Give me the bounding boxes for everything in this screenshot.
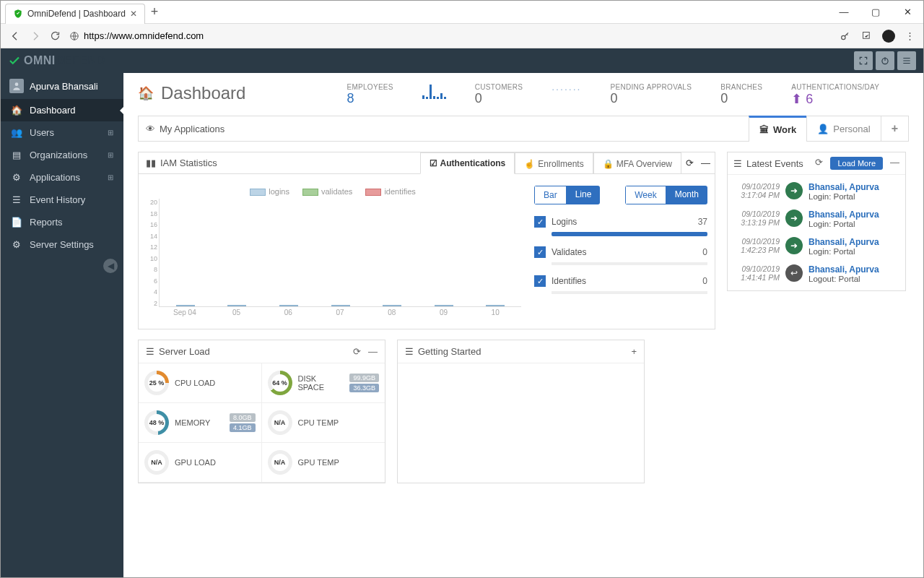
- cpu-temp-cell: N/ACPU TEMP: [262, 403, 385, 443]
- back-button[interactable]: [9, 30, 21, 42]
- event-timestamp: 09/10/20193:17:04 PM: [733, 182, 780, 199]
- user-avatar-icon: [9, 79, 24, 93]
- refresh-icon[interactable]: ⟳: [353, 346, 361, 357]
- home-icon: 🏠: [138, 85, 154, 101]
- refresh-icon[interactable]: ⟳: [686, 158, 694, 168]
- metric-employees: EMPLOYEES 8: [346, 83, 393, 106]
- sidebar-user[interactable]: Apurva Bhansali: [1, 73, 123, 99]
- checkbox-identifies[interactable]: ✓: [534, 275, 546, 287]
- my-applications-bar: 👁My Applications 🏛Work 👤Personal +: [138, 116, 909, 142]
- forward-button[interactable]: [30, 30, 41, 42]
- bank-icon: 🏛: [759, 124, 769, 135]
- app-logo: OMNIDEFEND: [8, 54, 105, 67]
- users-icon: 👥: [11, 127, 22, 138]
- nav-server-settings[interactable]: ⚙Server Settings: [1, 233, 123, 256]
- toggle-line[interactable]: Line: [567, 186, 601, 204]
- tab-work[interactable]: 🏛Work: [749, 116, 806, 142]
- getting-started-panel: ☰Getting Started +: [397, 340, 645, 483]
- event-action: Login: Portal: [808, 192, 879, 201]
- event-action: Login: Portal: [808, 220, 879, 228]
- login-icon: ➜: [785, 237, 803, 254]
- employees-link[interactable]: 8: [346, 91, 354, 105]
- event-timestamp: 09/10/20191:41:41 PM: [733, 264, 780, 282]
- event-action: Logout: Portal: [808, 275, 879, 283]
- reload-button[interactable]: [50, 30, 61, 41]
- tab-add[interactable]: +: [881, 116, 908, 142]
- event-row[interactable]: 09/10/20191:42:23 PM ➜ Bhansali, ApurvaL…: [731, 233, 902, 260]
- close-icon[interactable]: ✕: [130, 9, 137, 19]
- list-icon: ☰: [11, 194, 22, 205]
- event-row[interactable]: 09/10/20193:13:19 PM ➜ Bhansali, ApurvaL…: [731, 205, 902, 233]
- load-more-button[interactable]: Load More: [830, 157, 883, 170]
- close-window-button[interactable]: ✕: [892, 1, 923, 23]
- apps-icon: ⚙: [11, 172, 22, 183]
- disk-space-cell: 64 %DISK SPACE99.9GB36.3GB: [262, 363, 385, 403]
- gpu-temp-cell: N/AGPU TEMP: [262, 443, 385, 483]
- checkbox-logins[interactable]: ✓: [534, 216, 546, 228]
- barchart-icon: ▮▮: [146, 158, 156, 168]
- collapse-icon[interactable]: —: [890, 157, 899, 170]
- user-icon: 👤: [817, 124, 829, 134]
- event-timestamp: 09/10/20191:42:23 PM: [733, 237, 780, 254]
- kebab-icon[interactable]: ⋮: [905, 30, 915, 41]
- shield-icon: [13, 9, 23, 19]
- fullscreen-button[interactable]: [854, 51, 873, 70]
- address-input[interactable]: [84, 30, 831, 41]
- gpu-load-cell: N/AGPU LOAD: [139, 443, 262, 483]
- event-action: Login: Portal: [808, 247, 879, 256]
- user-name: Apurva Bhansali: [30, 81, 98, 92]
- login-icon: ➜: [785, 210, 803, 227]
- tab-personal[interactable]: 👤Personal: [806, 116, 880, 142]
- file-icon: 📄: [11, 217, 22, 228]
- login-icon: ➜: [785, 182, 803, 199]
- eye-icon: 👁: [146, 124, 155, 134]
- maximize-button[interactable]: ▢: [860, 1, 892, 23]
- org-icon: ▤: [11, 150, 22, 160]
- power-button[interactable]: [876, 51, 894, 70]
- collapse-icon[interactable]: —: [368, 346, 378, 357]
- sidebar-collapse-button[interactable]: ◀: [103, 259, 118, 273]
- checkbox-validates[interactable]: ✓: [534, 246, 546, 258]
- nav-dashboard[interactable]: 🏠Dashboard: [1, 99, 123, 121]
- metric-authentications: AUTHENTICATIONS/DAY ⬆ 6: [791, 83, 879, 107]
- tab-authentications[interactable]: ☑ Authentications: [420, 152, 515, 174]
- event-user: Bhansali, Apurva: [808, 182, 879, 192]
- customers-sparkline: ·······: [552, 83, 581, 95]
- tab-enrollments[interactable]: ☝ Enrollments: [515, 152, 593, 174]
- refresh-icon[interactable]: ⟳: [815, 157, 823, 170]
- toggle-week[interactable]: Week: [625, 186, 666, 204]
- event-timestamp: 09/10/20193:13:19 PM: [733, 210, 780, 227]
- bookmark-icon[interactable]: [861, 30, 872, 41]
- employees-sparkline: [422, 83, 446, 99]
- menu-button[interactable]: [897, 51, 916, 70]
- home-icon: 🏠: [11, 105, 22, 116]
- nav-reports[interactable]: 📄Reports: [1, 211, 123, 233]
- event-row[interactable]: 09/10/20191:41:41 PM ↩ Bhansali, ApurvaL…: [731, 260, 902, 288]
- minimize-button[interactable]: ―: [828, 1, 860, 23]
- nav-organizations[interactable]: ▤Organizations⊞: [1, 144, 123, 166]
- expand-icon[interactable]: +: [631, 346, 637, 357]
- nav-applications[interactable]: ⚙Applications⊞: [1, 166, 123, 189]
- sidebar: Apurva Bhansali 🏠Dashboard 👥Users⊞ ▤Orga…: [1, 73, 123, 577]
- toggle-month[interactable]: Month: [666, 186, 707, 204]
- new-tab-button[interactable]: +: [151, 4, 159, 20]
- browser-tab[interactable]: OmniDefend | Dashboard ✕: [5, 4, 145, 24]
- nav-users[interactable]: 👥Users⊞: [1, 121, 123, 144]
- logout-icon: ↩: [785, 264, 803, 282]
- collapse-icon[interactable]: —: [701, 158, 710, 168]
- event-row[interactable]: 09/10/20193:17:04 PM ➜ Bhansali, ApurvaL…: [731, 178, 902, 205]
- iam-statistics-panel: ▮▮IAM Statistics ☑ Authentications ☝ Enr…: [138, 152, 715, 329]
- list-icon: ☰: [405, 346, 414, 357]
- nav-event-history[interactable]: ☰Event History: [1, 189, 123, 211]
- tab-mfa-overview[interactable]: 🔒 MFA Overview: [593, 152, 681, 174]
- latest-events-panel: ☰Latest Events ⟳ Load More — 09/10/20193…: [727, 152, 906, 291]
- profile-avatar[interactable]: [882, 30, 895, 43]
- event-user: Bhansali, Apurva: [808, 237, 879, 247]
- toggle-bar[interactable]: Bar: [534, 186, 567, 204]
- key-icon[interactable]: [840, 30, 851, 42]
- svg-point-1: [842, 35, 845, 39]
- iam-bar-chart: 2018161412108642 Sep 04050607080910: [159, 199, 521, 322]
- expand-icon: ⊞: [108, 173, 113, 181]
- metric-pending: PENDING APPROVALS 0: [610, 83, 692, 106]
- gear-icon: ⚙: [11, 239, 22, 250]
